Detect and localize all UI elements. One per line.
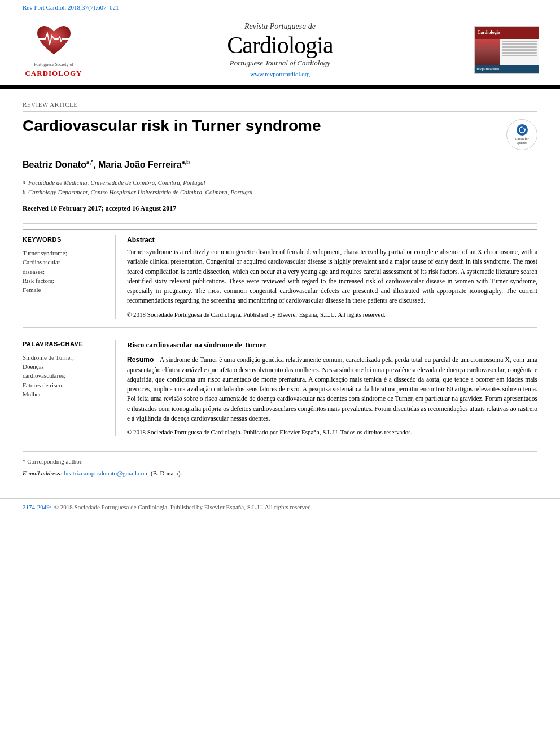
keyword-4: Risk factors; (23, 277, 107, 285)
left-logo: Portuguese Society of CARDIOLOGY (17, 21, 90, 78)
revista-label: Revista Portuguesa de (102, 21, 458, 32)
portuguese-abstract-section: PALAVRAS-CHAVE Síndrome de Turner; Doenç… (23, 334, 537, 436)
citation-bar: Rev Port Cardiol. 2018;37(7):607–621 (0, 0, 560, 15)
affiliation-b-text: Cardiology Department, Centro Hospitalar… (28, 188, 252, 196)
website-link[interactable]: www.revportcardiol.org (102, 70, 458, 78)
resumo-column: Risco cardiovascular na síndrome de Turn… (116, 340, 537, 436)
footer-section: * Corresponding author. E-mail address: … (23, 451, 537, 478)
article-title-row: Cardiovascular risk in Turner syndrome C… (23, 116, 537, 150)
section-label: REVIEW ARTICLE (23, 101, 537, 112)
divider-3 (23, 445, 537, 445)
keywords-title: KEYWORDS (23, 235, 107, 244)
thumb-line-5 (502, 52, 537, 54)
center-journal-info: Revista Portuguesa de Cardiologia Portug… (90, 21, 470, 78)
palavra-5: Mulher (23, 390, 107, 399)
author-1-sup: a,* (86, 159, 93, 165)
check-badge-text: Check for updates (515, 137, 529, 145)
abstract-copyright: © 2018 Sociedade Portuguesa de Cardiolog… (127, 311, 537, 319)
journal-cover-thumb: Cardiologia revportcardiol (474, 26, 539, 74)
bottom-copyright: © 2018 Sociedade Portuguesa de Cardiolog… (54, 503, 313, 512)
affiliation-a: a Faculdade de Medicina, Universidade de… (23, 178, 537, 187)
thumb-line-3 (502, 46, 537, 48)
keyword-5: Female (23, 286, 107, 294)
journal-header: Portuguese Society of CARDIOLOGY Revista… (0, 15, 560, 86)
palavras-column: PALAVRAS-CHAVE Síndrome de Turner; Doenç… (23, 340, 116, 436)
authors-line: Beatriz Donatoa,*, Maria João Ferreiraa,… (23, 159, 537, 172)
keyword-2: Cardiovascular (23, 258, 107, 267)
bottom-bar: 2174-2049/ © 2018 Sociedade Portuguesa d… (0, 498, 560, 516)
aff-letter-b: b (23, 188, 25, 196)
heart-logo-container (31, 21, 76, 61)
english-abstract-section: KEYWORDS Turner syndrome; Cardiovascular… (23, 229, 537, 319)
issn-text: 2174-2049/ (23, 503, 51, 512)
page: Rev Port Cardiol. 2018;37(7):607–621 (0, 0, 560, 747)
thumb-line-1 (502, 41, 537, 42)
received-dates: Received 10 February 2017; accepted 16 A… (23, 204, 537, 213)
author-1-name: Beatriz Donato (23, 160, 86, 169)
right-thumbnail: Cardiologia revportcardiol (470, 26, 543, 74)
palavra-3: cardiovasculares; (23, 372, 107, 380)
resumo-label: Resumo (127, 356, 154, 364)
divider-1 (23, 223, 537, 224)
logo-cardiology-text: CARDIOLOGY (25, 68, 82, 78)
email-label: E-mail address: (23, 470, 62, 477)
thumb-bottom-bar: revportcardiol (475, 65, 539, 73)
author-2-name: , Maria João Ferreira (93, 160, 182, 169)
divider-2 (23, 327, 537, 328)
abstract-text: Turner syndrome is a relatively common g… (127, 247, 537, 306)
thumb-text-lines (500, 39, 539, 65)
citation-text: Rev Port Cardiol. 2018;37(7):607–621 (23, 4, 119, 11)
check-updates-badge: Check for updates (506, 119, 537, 150)
main-content: REVIEW ARTICLE Cardiovascular risk in Tu… (0, 89, 560, 490)
author-email[interactable]: beatrizcamposdonato@gmail.com (64, 470, 148, 477)
palavra-1: Síndrome de Turner; (23, 353, 107, 362)
thumb-image (475, 39, 500, 65)
thumb-body (475, 39, 539, 65)
abstract-column: Abstract Turner syndrome is a relatively… (116, 235, 537, 319)
thumb-line-2 (502, 43, 537, 45)
keyword-1: Turner syndrome; (23, 249, 107, 257)
portuguese-journal-label: Portuguese Journal of Cardiology (102, 58, 458, 68)
resumo-heading: Risco cardiovascular na síndrome de Turn… (127, 340, 537, 350)
thumb-top-bar: Cardiologia (475, 27, 539, 39)
abstract-title-row: Abstract (127, 235, 537, 245)
check-badge-icon (517, 124, 528, 136)
corresponding-author-label: * Corresponding author. (23, 457, 537, 466)
palavra-4: Fatores de risco; (23, 381, 107, 390)
refresh-icon (518, 126, 526, 134)
thumb-bottom-text: revportcardiol (477, 67, 500, 72)
article-title: Cardiovascular risk in Turner syndrome (23, 116, 495, 136)
palavra-2: Doenças (23, 362, 107, 371)
cardiologia-title: Cardiologia (102, 32, 458, 58)
thumb-top-text: Cardiologia (478, 29, 500, 36)
keywords-column: KEYWORDS Turner syndrome; Cardiovascular… (23, 235, 116, 319)
palavras-title: PALAVRAS-CHAVE (23, 340, 107, 348)
keyword-3: diseases; (23, 268, 107, 276)
thumb-line-4 (502, 49, 537, 51)
email-line: E-mail address: beatrizcamposdonato@gmai… (23, 468, 537, 478)
affiliation-a-text: Faculdade de Medicina, Universidade de C… (28, 178, 205, 187)
resumo-text: Resumo A síndrome de Turner é uma condiç… (127, 355, 537, 423)
thumb-line-6 (502, 55, 537, 56)
heart-icon (33, 23, 75, 60)
logo-portuguese-text: Portuguese Society of (34, 62, 73, 68)
abstract-label: Abstract (127, 235, 155, 245)
author-2-sup: a,b (182, 159, 190, 165)
aff-letter-a: a (23, 178, 25, 186)
email-author-name: (B. Donato). (151, 470, 182, 477)
affiliations: a Faculdade de Medicina, Universidade de… (23, 178, 537, 197)
affiliation-b: b Cardiology Department, Centro Hospital… (23, 188, 537, 196)
resumo-copyright: © 2018 Sociedade Portuguesa de Cardiolog… (127, 428, 537, 436)
